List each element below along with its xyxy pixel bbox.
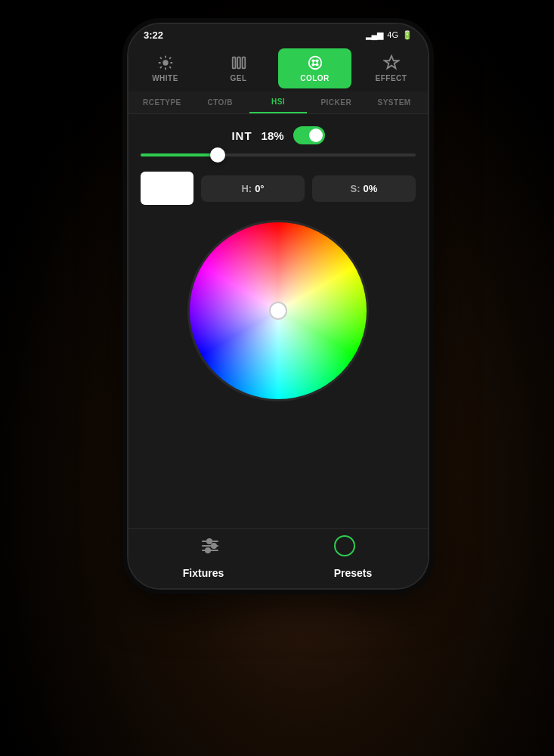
slider-line-2 <box>202 545 218 547</box>
int-value: 18% <box>262 129 284 142</box>
svg-rect-9 <box>232 57 235 69</box>
svg-rect-10 <box>237 57 240 69</box>
status-bar: 3:22 ▂▄▆ 4G 🔋 <box>128 24 428 45</box>
sub-ctob-label: CTO/B <box>207 98 232 107</box>
sub-nav-picker[interactable]: PICKER <box>307 92 365 113</box>
svg-point-17 <box>313 60 317 65</box>
content-area: INT 18% H: 0° S: 0% <box>128 114 428 528</box>
slider-line-3 <box>202 550 218 551</box>
sub-nav-system[interactable]: SYSTEM <box>365 92 423 113</box>
hue-label: H: <box>241 183 252 194</box>
nav-effect-label: EFFECT <box>376 74 407 82</box>
color-wheel-container[interactable] <box>187 220 369 401</box>
nav-tab-effect[interactable]: EFFECT <box>354 45 428 91</box>
color-wheel[interactable] <box>187 220 369 401</box>
nav-color-label: COLOR <box>300 74 330 82</box>
circle-indicator-icon[interactable] <box>334 535 355 556</box>
fixtures-label: Fixtures <box>183 567 224 579</box>
svg-line-8 <box>169 57 171 59</box>
sub-nav-hsi[interactable]: HSI <box>249 91 308 113</box>
int-row: INT 18% <box>231 126 324 144</box>
hue-value: 0° <box>255 183 264 194</box>
slider-line-1 <box>202 541 218 542</box>
presets-label: Presets <box>334 567 373 579</box>
color-palette-icon <box>307 54 323 71</box>
filter-sliders-icon[interactable] <box>202 541 218 551</box>
svg-line-5 <box>159 57 161 59</box>
signal-icon: ▂▄▆ <box>366 30 384 40</box>
wheel-center-indicator <box>269 302 287 320</box>
network-type: 4G <box>387 30 398 39</box>
sub-sourcetype-label: RCETYPE <box>143 98 181 107</box>
main-nav: WHITE GEL <box>128 45 428 91</box>
sun-icon <box>157 54 174 71</box>
saturation-field[interactable]: S: 0% <box>312 175 416 202</box>
nav-tab-white[interactable]: WHITE <box>128 45 202 91</box>
phone-device: 3:22 ▂▄▆ 4G 🔋 <box>127 23 429 590</box>
sub-nav: RCETYPE CTO/B HSI PICKER SYSTEM <box>128 91 428 114</box>
sub-hsi-label: HSI <box>271 98 285 106</box>
nav-white-label: WHITE <box>152 74 178 82</box>
fixtures-tab[interactable]: Fixtures <box>128 559 278 588</box>
sub-system-label: SYSTEM <box>378 98 411 107</box>
sub-nav-ctob[interactable]: CTO/B <box>191 92 249 113</box>
sub-picker-label: PICKER <box>320 98 351 107</box>
int-label: INT <box>231 129 252 142</box>
nav-tab-gel[interactable]: GEL <box>202 45 275 91</box>
status-time: 3:22 <box>144 29 163 41</box>
presets-tab[interactable]: Presets <box>278 559 428 588</box>
svg-line-6 <box>169 67 171 68</box>
int-toggle[interactable] <box>293 126 325 144</box>
slider-thumb[interactable] <box>210 147 225 163</box>
svg-point-0 <box>162 60 168 65</box>
nav-gel-label: GEL <box>230 74 246 82</box>
bottom-tabs: Fixtures Presets <box>128 559 428 588</box>
scene: 3:22 ▂▄▆ 4G 🔋 <box>0 0 554 756</box>
slider-fill <box>141 153 218 156</box>
bottom-bar: Fixtures Presets <box>128 528 428 588</box>
saturation-value: 0% <box>364 183 378 194</box>
nav-tab-color[interactable]: COLOR <box>278 48 351 88</box>
battery-icon: 🔋 <box>402 30 413 40</box>
intensity-slider[interactable] <box>141 153 416 156</box>
svg-line-7 <box>159 67 161 68</box>
sub-nav-sourcetype[interactable]: RCETYPE <box>133 92 191 113</box>
svg-point-12 <box>308 57 321 70</box>
color-swatch <box>141 172 193 205</box>
effect-icon <box>383 54 400 71</box>
bottom-icons-row <box>128 535 428 559</box>
status-icons: ▂▄▆ 4G 🔋 <box>366 30 413 40</box>
hue-field[interactable]: H: 0° <box>201 175 305 202</box>
saturation-label: S: <box>351 183 361 194</box>
svg-rect-11 <box>242 57 245 69</box>
gel-icon <box>231 54 247 71</box>
hsi-controls-row: H: 0° S: 0% <box>141 172 416 205</box>
